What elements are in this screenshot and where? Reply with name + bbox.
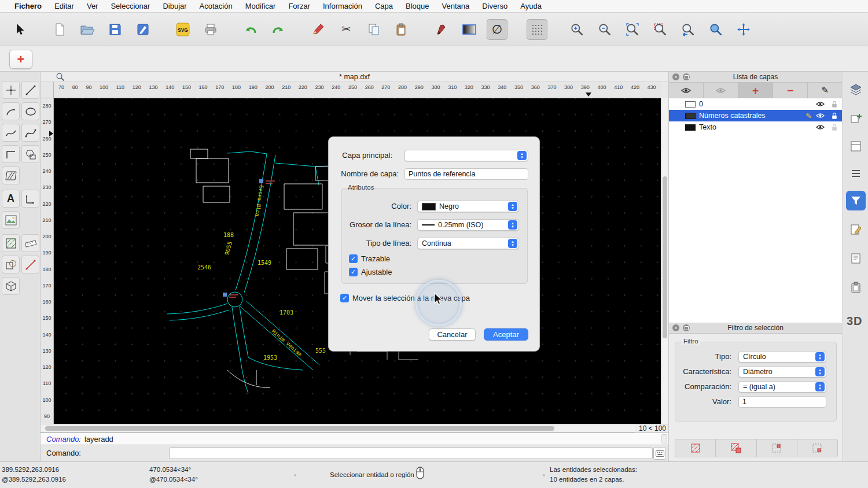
select-tool-button[interactable] xyxy=(9,19,30,40)
layer-visibility-toggle[interactable] xyxy=(816,124,825,130)
image-tool[interactable] xyxy=(2,211,20,229)
move-selection-checkbox[interactable]: ✓ xyxy=(340,294,349,302)
menu-item[interactable]: Fichero xyxy=(8,2,48,10)
color-dropdown[interactable]: Negro ▲▼ xyxy=(417,201,519,212)
grid-toggle-button[interactable] xyxy=(527,19,547,40)
layer-lock-toggle[interactable] xyxy=(832,101,837,108)
polyline-tool[interactable] xyxy=(2,145,20,163)
menu-item[interactable]: Ayuda xyxy=(514,2,548,10)
text-tool[interactable]: A xyxy=(2,190,20,208)
block-list-panel-button[interactable] xyxy=(846,109,866,128)
trazable-checkbox[interactable]: ✓ xyxy=(349,254,358,263)
scrollbar-thumb[interactable] xyxy=(45,426,554,431)
point-tool[interactable] xyxy=(2,81,20,99)
menu-item[interactable]: Diverso xyxy=(476,2,514,10)
new-file-button[interactable] xyxy=(49,19,70,40)
polygon-tool[interactable] xyxy=(21,145,39,163)
menu-item[interactable]: Dibujar xyxy=(156,2,193,10)
add-filtered-to-selection-button[interactable] xyxy=(757,439,797,457)
layer-row[interactable]: Texto xyxy=(669,121,842,133)
selection-filter-panel-button[interactable] xyxy=(846,191,866,210)
show-all-layers-button[interactable] xyxy=(669,83,704,98)
edit-entity-button[interactable] xyxy=(308,19,329,40)
menu-item[interactable]: Seleccionar xyxy=(104,2,156,10)
layer-name-input[interactable] xyxy=(404,168,528,180)
menu-item[interactable]: Información xyxy=(317,2,369,10)
hatch-edit-tool[interactable] xyxy=(2,234,20,252)
filter-type-dropdown[interactable]: Círculo ▲▼ xyxy=(738,351,826,363)
spline-tool[interactable] xyxy=(21,124,39,142)
scrollbar-thumb[interactable] xyxy=(663,176,667,338)
add-layer-button[interactable]: + xyxy=(738,83,773,98)
hide-all-layers-button[interactable] xyxy=(704,83,738,98)
add-layer-toolbar-button[interactable]: + xyxy=(9,50,32,69)
select-filtered-button[interactable] xyxy=(675,439,716,457)
measure-distance-tool[interactable] xyxy=(21,256,39,273)
auto-zoom-button[interactable] xyxy=(622,19,643,40)
main-layer-dropdown[interactable]: ▲▼ xyxy=(404,150,528,161)
command-input[interactable] xyxy=(169,448,653,459)
layer-row[interactable]: 0 xyxy=(669,98,842,110)
layer-row-selected[interactable]: Números catastrales ✎ xyxy=(669,110,842,121)
ellipse-tool[interactable] xyxy=(21,102,39,120)
menu-item[interactable]: Ventana xyxy=(435,2,476,10)
menu-item[interactable]: Modificar xyxy=(239,2,282,10)
previous-view-button[interactable] xyxy=(678,19,698,40)
linetype-dropdown[interactable]: Contínua ▲▼ xyxy=(417,238,519,249)
filter-comparison-dropdown[interactable]: = (igual a) ▲▼ xyxy=(738,381,826,393)
filter-property-dropdown[interactable]: Diámetro ▲▼ xyxy=(738,366,826,378)
isometric-tool[interactable] xyxy=(2,277,20,295)
menu-item[interactable]: Forzar xyxy=(282,2,317,10)
dimension-tool[interactable] xyxy=(21,190,39,208)
layer-visibility-toggle[interactable] xyxy=(816,113,825,119)
lineweight-dropdown[interactable]: 0.25mm (ISO) ▲▼ xyxy=(417,219,519,231)
command-list-panel-button[interactable] xyxy=(846,164,866,184)
cancel-button[interactable]: Cancelar xyxy=(429,328,476,341)
paste-button[interactable] xyxy=(391,19,412,40)
layer-visibility-toggle[interactable] xyxy=(816,101,825,107)
zoom-out-button[interactable] xyxy=(594,19,615,40)
accept-button[interactable]: Aceptar xyxy=(484,328,528,341)
pen-tool-button[interactable] xyxy=(431,19,452,40)
save-button[interactable] xyxy=(105,19,126,40)
canvas-horizontal-scrollbar[interactable] xyxy=(41,424,635,432)
line-tool[interactable] xyxy=(21,81,39,99)
pan-button[interactable] xyxy=(733,19,754,40)
text-panel-button[interactable] xyxy=(846,249,866,268)
menu-item[interactable]: Acotación xyxy=(193,2,239,10)
clipboard-panel-button[interactable] xyxy=(846,278,866,297)
view-list-panel-button[interactable] xyxy=(846,136,866,156)
layer-lock-toggle[interactable] xyxy=(832,112,837,120)
undo-button[interactable] xyxy=(240,19,261,40)
null-circle-button[interactable]: ∅ xyxy=(487,19,507,40)
drawing-preferences-button[interactable] xyxy=(133,19,153,40)
menu-item[interactable]: Ver xyxy=(80,2,105,10)
menu-item[interactable]: Editar xyxy=(48,2,80,10)
print-preview-button[interactable] xyxy=(200,19,221,40)
open-file-button[interactable] xyxy=(77,19,98,40)
zoom-in-button[interactable] xyxy=(567,19,587,40)
invert-selection-button[interactable] xyxy=(459,19,480,40)
hatch-tool[interactable] xyxy=(2,167,20,184)
canvas-vertical-scrollbar[interactable] xyxy=(661,98,668,424)
menu-item[interactable]: Bloque xyxy=(399,2,435,10)
freehand-tool[interactable] xyxy=(2,124,20,142)
redo-button[interactable] xyxy=(268,19,289,40)
property-editor-panel-button[interactable] xyxy=(846,220,866,239)
shape-info-tool[interactable] xyxy=(2,256,20,273)
layer-lock-toggle[interactable] xyxy=(832,124,837,131)
remove-filtered-from-selection-button[interactable] xyxy=(797,439,837,457)
remove-layer-button[interactable]: − xyxy=(773,83,808,98)
select-filtered-window-button[interactable] xyxy=(716,439,756,457)
ajustable-checkbox[interactable]: ✓ xyxy=(349,268,358,276)
copy-button[interactable] xyxy=(363,19,384,40)
arc-tool[interactable] xyxy=(2,102,20,120)
measure-tool[interactable] xyxy=(21,234,39,252)
filter-value-input[interactable] xyxy=(738,396,826,408)
keyboard-toggle-button[interactable] xyxy=(653,447,666,460)
menu-item[interactable]: Capa xyxy=(369,2,399,10)
zoom-selection-button[interactable] xyxy=(650,19,671,40)
cut-button[interactable]: ✂ xyxy=(336,19,356,40)
svg-export-button[interactable]: SVG xyxy=(172,19,193,40)
window-zoom-button[interactable] xyxy=(705,19,726,40)
